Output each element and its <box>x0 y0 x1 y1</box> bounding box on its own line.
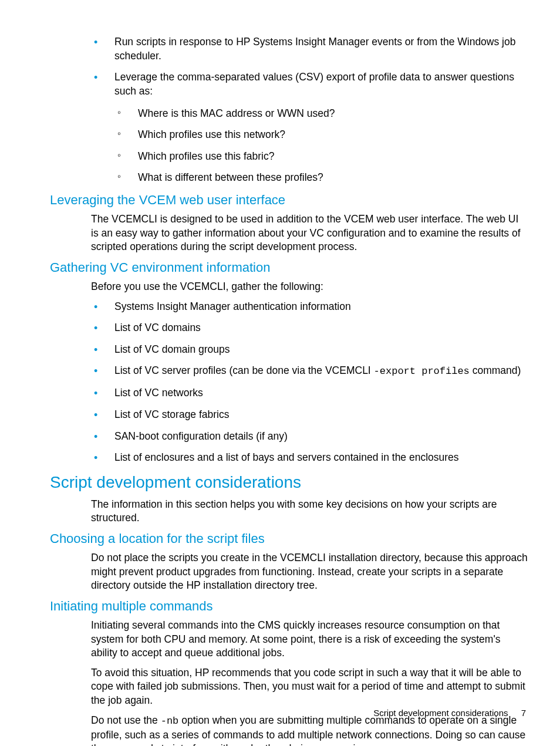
list-item: List of VC storage fabrics <box>94 408 528 422</box>
list-item: Leverage the comma-separated values (CSV… <box>94 70 528 185</box>
paragraph: Initiating several commands into the CMS… <box>91 619 528 660</box>
heading-choosing-location: Choosing a location for the script files <box>50 531 528 546</box>
list-item: Run scripts in response to HP Systems In… <box>94 35 528 63</box>
paragraph: Do not place the scripts you create in t… <box>91 551 528 593</box>
paragraph-text-pre: Do not use the <box>91 714 161 726</box>
paragraph: Do not use the -nb option when you are s… <box>91 714 528 746</box>
top-bullet-list: Run scripts in response to HP Systems In… <box>94 35 528 185</box>
page-number: 7 <box>521 708 526 718</box>
heading-leveraging-vcem: Leveraging the VCEM web user interface <box>50 193 528 208</box>
page-footer: Script development considerations 7 <box>373 708 526 718</box>
list-item: List of VC domain groups <box>94 343 528 357</box>
list-item-text-pre: List of VC server profiles (can be done … <box>114 364 374 376</box>
list-item: Systems Insight Manager authentication i… <box>94 300 528 314</box>
list-item-text-post: command) <box>470 364 521 376</box>
list-item: Where is this MAC address or WWN used? <box>117 107 528 121</box>
code-text: -nb <box>161 715 179 727</box>
list-item: List of VC server profiles (can be done … <box>94 364 528 379</box>
footer-section-title: Script development considerations <box>373 708 508 718</box>
paragraph: To avoid this situation, HP recommends t… <box>91 666 528 708</box>
heading-gathering-vc: Gathering VC environment information <box>50 260 528 275</box>
paragraph: The VCEMCLI is designed to be used in ad… <box>91 212 528 254</box>
list-item: Which profiles use this fabric? <box>117 150 528 164</box>
heading-script-development: Script development considerations <box>50 473 528 492</box>
list-item: List of VC networks <box>94 386 528 400</box>
paragraph: The information in this section helps yo… <box>91 498 528 525</box>
gather-bullet-list: Systems Insight Manager authentication i… <box>94 300 528 465</box>
list-item-text: Leverage the comma-separated values (CSV… <box>114 71 514 97</box>
list-item: Which profiles use this network? <box>117 128 528 142</box>
list-item: SAN-boot configuration details (if any) <box>94 430 528 444</box>
list-item: What is different between these profiles… <box>117 171 528 185</box>
paragraph: Before you use the VCEMCLI, gather the f… <box>91 280 528 294</box>
list-item: List of enclosures and a list of bays an… <box>94 451 528 465</box>
code-text: -export profiles <box>374 366 470 377</box>
page-content: Run scripts in response to HP Systems In… <box>0 0 560 746</box>
list-item: List of VC domains <box>94 321 528 335</box>
sub-bullet-list: Where is this MAC address or WWN used? W… <box>117 107 528 185</box>
heading-initiating-multiple: Initiating multiple commands <box>50 599 528 614</box>
